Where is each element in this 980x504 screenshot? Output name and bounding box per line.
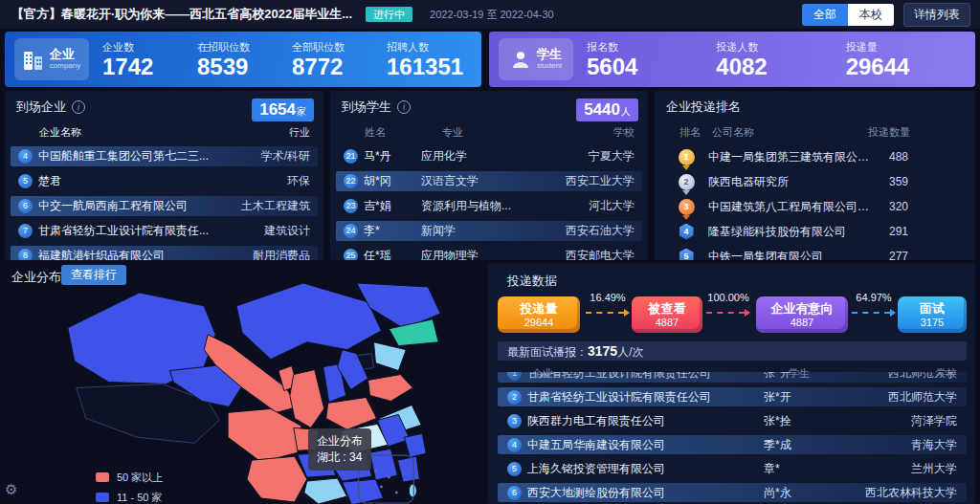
company-name: 甘肃省轻纺工业设计院有限责任公司 <box>527 389 711 405</box>
industry: 学术/科研 <box>218 148 310 164</box>
column-header: 行业 <box>218 125 310 140</box>
stat-value: 29644 <box>846 55 975 78</box>
student-name: 李* <box>364 223 421 239</box>
broadcast-unit: 人/次 <box>617 345 643 359</box>
building-icon <box>23 48 44 71</box>
province-guangxi[interactable] <box>304 478 347 504</box>
column-header: 学校 <box>813 366 957 381</box>
table-row: 5楚君环保 <box>11 171 318 191</box>
row-number-badge: 3 <box>507 414 522 428</box>
stat-value: 8772 <box>292 55 387 78</box>
province-inner-mongolia[interactable] <box>236 283 381 360</box>
stat-value: 4082 <box>716 55 845 78</box>
school: 西安石油大学 <box>529 223 635 239</box>
row-number-badge: 22 <box>344 174 358 188</box>
company-card-sublabel: company <box>50 62 80 71</box>
funnel-arrow: 100.00% <box>706 292 750 317</box>
province-fujian[interactable] <box>397 456 419 482</box>
company-name: 中建五局华南建设有限公司 <box>527 437 665 453</box>
province-zhejiang[interactable] <box>404 433 426 457</box>
funnel-step-delivered: 投递量 29644 <box>498 296 580 333</box>
broadcast-label: 最新面试播报： <box>507 345 588 359</box>
column-header: 专业 <box>442 125 529 140</box>
person-icon <box>510 49 531 70</box>
table-row: 7甘肃省轻纺工业设计院有限责任...建筑设计 <box>11 221 318 241</box>
bronze-medal-icon: 3 <box>679 199 695 215</box>
funnel-step-interview: 面试 3175 <box>898 296 967 333</box>
province-shaanxi[interactable] <box>290 370 324 428</box>
delivery-count: 277 <box>872 250 966 260</box>
funnel-value: 29644 <box>498 317 580 328</box>
funnel-value: 3175 <box>898 317 967 328</box>
badge-unit: 人 <box>621 106 631 117</box>
table-row: 3中国建筑第八工程局有限公司西...320 <box>655 197 975 216</box>
company-name: 陕西群力电工有限责任公司 <box>527 413 665 429</box>
silver-medal-icon: 2 <box>679 174 695 190</box>
industry: 环保 <box>218 173 310 189</box>
student-name: 张*拴 <box>764 413 813 429</box>
top-bar: 【官方】春暖花开·职为你来——西北五省高校2022届毕业生... 进行中 202… <box>0 0 980 29</box>
company-card-label: 企业 <box>50 48 80 61</box>
school-button[interactable]: 本校 <box>848 4 894 26</box>
industry: 土木工程建筑 <box>218 198 310 214</box>
detail-list-button[interactable]: 详情列表 <box>903 3 970 27</box>
scope-segmented-control: 全部 本校 <box>802 4 894 26</box>
panel-title: 到场企业 <box>16 99 66 116</box>
table-row: 5上海久铭投资管理有限公司章*兰州大学 <box>498 459 967 478</box>
student-card-sublabel: student <box>537 62 562 71</box>
column-header: 学校 <box>529 125 635 140</box>
row-number-badge: 24 <box>344 224 358 238</box>
delivery-count: 291 <box>872 225 966 238</box>
info-icon[interactable]: i <box>72 100 85 114</box>
stat-label: 投递人数 <box>716 40 845 55</box>
funnel-percent: 16.49% <box>586 292 630 303</box>
province-guangdong[interactable] <box>343 479 384 504</box>
table-row: 6中交一航局西南工程有限公司土木工程建筑 <box>11 196 318 216</box>
tooltip-title: 企业分布 <box>317 433 363 449</box>
table-row: 24李*新闻学西安石油大学 <box>336 221 642 241</box>
rank-hexagon-icon: 5 <box>679 249 694 261</box>
major: 应用物理学 <box>421 248 529 260</box>
legend-item: 11 - 50 家 <box>96 490 163 504</box>
student-name: 马*丹 <box>364 148 421 164</box>
province-jiangxi[interactable] <box>369 449 397 480</box>
industry: 耐用消费品 <box>218 248 310 260</box>
stat-value: 1742 <box>102 55 197 78</box>
table-row: 3陕西群力电工有限责任公司张*拴菏泽学院 <box>498 411 967 430</box>
funnel-label: 被查看 <box>632 300 702 318</box>
province-sichuan[interactable] <box>228 408 301 462</box>
funnel-label: 投递量 <box>498 300 580 318</box>
stat-label: 企业数 <box>102 40 197 55</box>
stat-label: 报名数 <box>587 40 716 55</box>
province-yunnan[interactable] <box>247 456 307 502</box>
row-number-badge: 25 <box>344 249 358 260</box>
province-henan[interactable] <box>326 397 377 429</box>
province-shandong[interactable] <box>368 375 413 402</box>
province-liaoning[interactable] <box>373 342 406 371</box>
info-icon[interactable]: i <box>397 100 411 114</box>
company-icon-tile: 企业 company <box>14 38 89 80</box>
map-legend: 50 家以上 11 - 50 家 <box>96 465 163 504</box>
major: 资源利用与植物... <box>421 198 529 214</box>
funnel-percent: 64.97% <box>852 292 896 303</box>
broadcast-value: 3175 <box>588 343 617 359</box>
school: 西安邮电大学 <box>529 248 635 260</box>
row-number-badge: 2 <box>507 390 522 405</box>
column-header: 姓名 <box>344 125 442 140</box>
funnel-arrow: 16.49% <box>586 292 630 317</box>
table-row: 5中铁一局集团有限公司277 <box>655 247 975 260</box>
stat-label: 投递量 <box>846 40 975 55</box>
student-name: 任*瑶 <box>364 248 421 260</box>
company-name: 中交一航局西南工程有限公司 <box>38 198 218 214</box>
student-name: 章* <box>764 461 813 477</box>
province-taiwan[interactable] <box>409 484 416 497</box>
gear-icon[interactable]: ⚙ <box>5 481 17 498</box>
company-name: 中国建筑第八工程局有限公司西... <box>708 199 872 215</box>
all-button[interactable]: 全部 <box>802 4 848 26</box>
page-title: 【官方】春暖花开·职为你来——西北五省高校2022届毕业生... <box>11 6 352 23</box>
stat-label: 全部职位数 <box>292 40 387 55</box>
table-row: 23吉*娟资源利用与植物...河北大学 <box>336 196 642 216</box>
delivery-count: 320 <box>872 200 966 213</box>
stat-value: 161351 <box>387 55 481 78</box>
company-name: 中铁一局集团有限公司 <box>708 249 872 261</box>
